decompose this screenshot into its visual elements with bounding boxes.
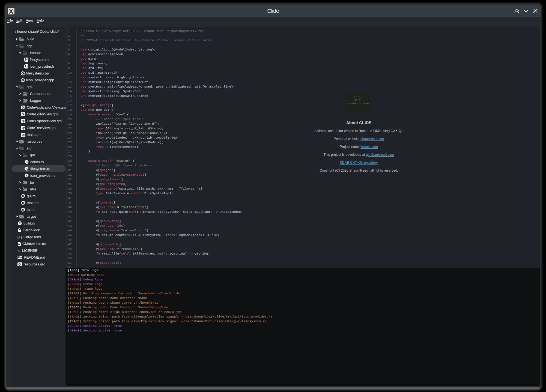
svg-text:R: R (19, 222, 21, 225)
svg-text:R: R (22, 194, 25, 198)
svg-text:R: R (26, 167, 28, 170)
svg-text:R: R (22, 208, 25, 211)
svg-text:R: R (26, 174, 28, 177)
svg-text:R: R (26, 160, 28, 163)
svg-text:R: R (22, 201, 25, 204)
